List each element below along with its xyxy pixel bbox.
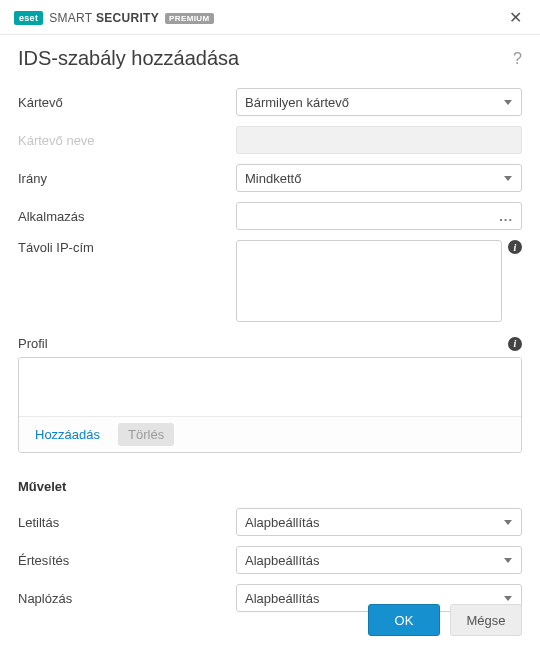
- label-alkalmazas: Alkalmazás: [18, 209, 236, 224]
- section-muvelet: Művelet: [18, 479, 522, 494]
- input-alkalmazas[interactable]: ...: [236, 202, 522, 230]
- ok-button[interactable]: OK: [368, 604, 440, 636]
- label-irany: Irány: [18, 171, 236, 186]
- input-kartevo-neve: [236, 126, 522, 154]
- label-kartevo: Kártevő: [18, 95, 236, 110]
- profil-box: Hozzáadás Törlés: [18, 357, 522, 453]
- ellipsis-icon: ...: [499, 209, 513, 224]
- add-button[interactable]: Hozzáadás: [25, 423, 110, 446]
- label-letiltas: Letiltás: [18, 515, 236, 530]
- label-profil: Profil: [18, 336, 48, 351]
- select-ertesites[interactable]: Alapbeállítás: [236, 546, 522, 574]
- select-kartevo[interactable]: Bármilyen kártevő: [236, 88, 522, 116]
- info-icon[interactable]: i: [508, 240, 522, 254]
- close-icon[interactable]: ✕: [505, 8, 526, 28]
- select-irany[interactable]: Mindkettő: [236, 164, 522, 192]
- label-tavoli-ip: Távoli IP-cím: [18, 240, 236, 255]
- select-letiltas[interactable]: Alapbeállítás: [236, 508, 522, 536]
- label-ertesites: Értesítés: [18, 553, 236, 568]
- textarea-tavoli-ip[interactable]: [236, 240, 502, 322]
- brand-premium-badge: PREMIUM: [165, 13, 214, 24]
- brand-logo: eset: [14, 11, 43, 25]
- cancel-button[interactable]: Mégse: [450, 604, 522, 636]
- info-icon[interactable]: i: [508, 337, 522, 351]
- brand: eset SMART SECURITY PREMIUM: [14, 11, 214, 25]
- profil-list[interactable]: [19, 358, 521, 416]
- brand-text: SMART SECURITY: [49, 11, 159, 25]
- delete-button: Törlés: [118, 423, 174, 446]
- label-kartevo-neve: Kártevő neve: [18, 133, 236, 148]
- page-title: IDS-szabály hozzáadása: [18, 47, 239, 70]
- help-icon[interactable]: ?: [513, 50, 522, 68]
